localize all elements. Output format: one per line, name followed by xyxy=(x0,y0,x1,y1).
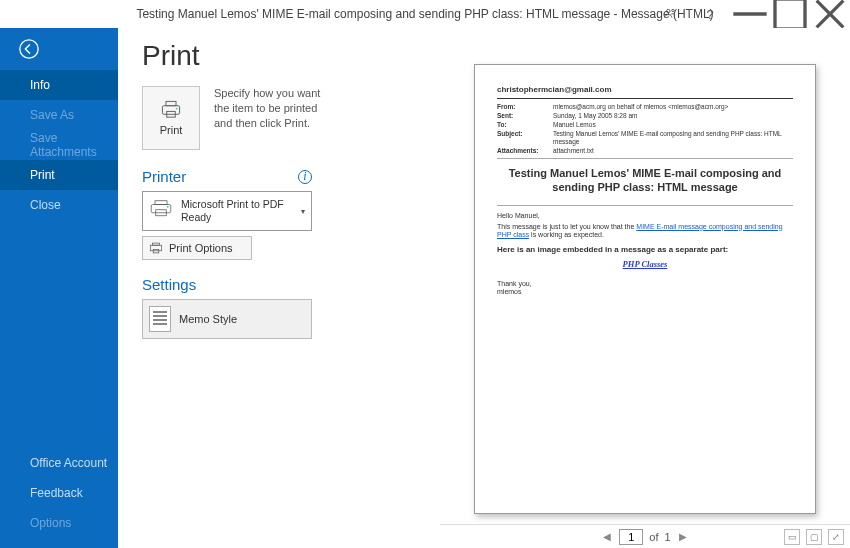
print-preview-area: christophermcian@gmail.com From: mlemos@… xyxy=(440,28,850,524)
back-button[interactable] xyxy=(0,28,118,70)
printer-section-header: Printer i xyxy=(142,168,312,185)
preview-body: Hello Manuel, This message is just to le… xyxy=(497,212,793,239)
minimize-button[interactable] xyxy=(730,0,770,28)
sidebar-item-close[interactable]: Close xyxy=(0,190,118,220)
svg-point-6 xyxy=(20,40,38,58)
svg-rect-3 xyxy=(775,0,805,29)
printer-info-icon[interactable]: i xyxy=(298,170,312,184)
print-options-button[interactable]: Print Options xyxy=(142,236,252,260)
sidebar-item-feedback[interactable]: Feedback xyxy=(0,478,118,508)
help-icon[interactable]: ? xyxy=(690,0,730,28)
preview-signer: mlemos xyxy=(497,288,793,296)
zoom-button[interactable]: ⤢ xyxy=(828,529,844,545)
settings-header-label: Settings xyxy=(142,276,196,293)
preview-recipient: christophermcian@gmail.com xyxy=(497,85,793,99)
hdr-attach-value: attachment.txt xyxy=(553,147,793,154)
actual-size-button[interactable]: ▭ xyxy=(784,529,800,545)
printer-header-label: Printer xyxy=(142,168,186,185)
pager-total: 1 xyxy=(665,531,671,543)
svg-rect-11 xyxy=(155,201,167,205)
printer-status: Ready xyxy=(181,211,284,224)
preview-page: christophermcian@gmail.com From: mlemos@… xyxy=(474,64,816,514)
preview-body-after: is working as expected. xyxy=(529,231,604,238)
sidebar-item-print[interactable]: Print xyxy=(0,160,118,190)
preview-zoom-controls: ▭ ▢ ⤢ xyxy=(784,529,844,545)
sidebar-item-options: Options xyxy=(0,508,118,538)
pager-of-label: of xyxy=(649,531,658,543)
svg-point-14 xyxy=(167,206,169,208)
page-number-input[interactable] xyxy=(619,529,643,545)
svg-rect-7 xyxy=(166,101,176,105)
svg-point-10 xyxy=(176,108,178,110)
page-navigator: ◀ of 1 ▶ xyxy=(601,529,688,545)
preview-thankyou: Thank you, xyxy=(497,280,793,288)
preview-signoff: Thank you, mlemos xyxy=(497,280,793,296)
hdr-subject-label: Subject: xyxy=(497,130,553,145)
window-controls: ? xyxy=(650,0,850,28)
hdr-sent-label: Sent: xyxy=(497,112,553,119)
hdr-to-label: To: xyxy=(497,121,553,128)
preview-footer: ◀ of 1 ▶ ▭ ▢ ⤢ xyxy=(440,524,850,548)
separator xyxy=(497,205,793,206)
print-backstage: Print Print Specify how you want the ite… xyxy=(118,28,850,548)
print-options-icon xyxy=(149,242,163,254)
print-instructions: Specify how you want the item to be prin… xyxy=(214,86,324,131)
sidebar-item-info[interactable]: Info xyxy=(0,70,118,100)
window-title: Testing Manuel Lemos' MIME E-mail compos… xyxy=(136,7,713,21)
hdr-from-value: mlemos@acm.org on behalf of mlemos <mlem… xyxy=(553,103,793,110)
print-preview-panel: christophermcian@gmail.com From: mlemos@… xyxy=(440,28,850,548)
next-page-button[interactable]: ▶ xyxy=(677,531,689,542)
memo-style-icon xyxy=(149,306,171,332)
printer-icon xyxy=(159,100,183,120)
preview-message-title: Testing Manuel Lemos' MIME E-mail compos… xyxy=(497,167,793,195)
hdr-to-value: Manuel Lemos xyxy=(553,121,793,128)
chevron-down-icon: ▾ xyxy=(301,207,305,216)
svg-rect-12 xyxy=(151,205,171,213)
printer-dropdown[interactable]: Microsoft Print to PDF Ready ▾ xyxy=(142,191,312,231)
hdr-sent-value: Sunday, 1 May 2005 8:28 am xyxy=(553,112,793,119)
account-icon[interactable] xyxy=(650,0,690,28)
printer-name: Microsoft Print to PDF xyxy=(181,198,284,211)
preview-body-before: This message is just to let you know tha… xyxy=(497,223,636,230)
hdr-subject-value: Testing Manuel Lemos' MIME E-mail compos… xyxy=(553,130,793,145)
hdr-from-label: From: xyxy=(497,103,553,110)
svg-rect-8 xyxy=(162,106,179,115)
svg-rect-15 xyxy=(150,245,161,251)
preview-embedded-image: PHP Classes xyxy=(497,260,793,270)
preview-headers: From: mlemos@acm.org on behalf of mlemos… xyxy=(497,103,793,159)
print-button[interactable]: Print xyxy=(142,86,200,150)
printer-icon xyxy=(149,200,173,222)
sidebar-item-save-as: Save As xyxy=(0,100,118,130)
preview-embed-heading: Here is an image embedded in a message a… xyxy=(497,245,793,254)
print-style-label: Memo Style xyxy=(179,313,237,325)
settings-section-header: Settings xyxy=(142,276,312,293)
print-options-label: Print Options xyxy=(169,242,233,254)
sidebar-item-office-account[interactable]: Office Account xyxy=(0,448,118,478)
hdr-attach-label: Attachments: xyxy=(497,147,553,154)
preview-greeting: Hello Manuel, xyxy=(497,212,793,220)
backstage-sidebar: Info Save As Save Attachments Print Clos… xyxy=(0,28,118,548)
maximize-button[interactable] xyxy=(770,0,810,28)
close-button[interactable] xyxy=(810,0,850,28)
page-title: Print xyxy=(142,40,342,72)
one-page-button[interactable]: ▢ xyxy=(806,529,822,545)
prev-page-button[interactable]: ◀ xyxy=(601,531,613,542)
print-style-dropdown[interactable]: Memo Style xyxy=(142,299,312,339)
svg-rect-16 xyxy=(153,243,160,245)
svg-point-1 xyxy=(672,9,674,11)
print-button-label: Print xyxy=(160,124,183,136)
svg-point-0 xyxy=(667,9,671,13)
sidebar-item-save-attachments: Save Attachments xyxy=(0,130,118,160)
title-bar: Testing Manuel Lemos' MIME E-mail compos… xyxy=(0,0,850,28)
